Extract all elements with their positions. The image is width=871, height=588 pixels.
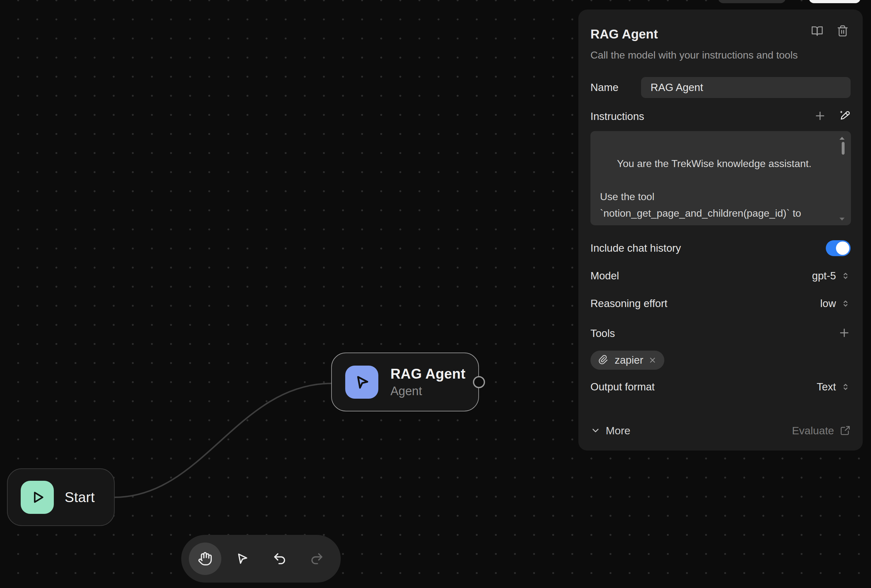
panel-title: RAG Agent	[590, 27, 658, 41]
scroll-down-arrow[interactable]	[840, 218, 844, 221]
reasoning-effort-select[interactable]: low	[820, 297, 851, 310]
reasoning-effort-row: Reasoning effort low	[590, 295, 851, 312]
output-format-row: Output format Text	[590, 378, 851, 396]
redo-icon	[310, 551, 324, 566]
node-agent-title: RAG Agent	[391, 366, 465, 382]
workflow-builder: Start RAG Agent Agent	[0, 0, 871, 588]
include-chat-history-row: Include chat history	[590, 239, 851, 257]
tool-chip-zapier[interactable]: zapier	[590, 351, 664, 370]
add-instruction-icon[interactable]	[814, 109, 826, 124]
undo-icon	[272, 551, 287, 566]
name-row: Name	[590, 77, 851, 98]
instructions-textarea[interactable]: You are the TrekWise knowledge assistant…	[590, 131, 851, 225]
hand-tool-button[interactable]	[189, 543, 221, 575]
tool-chip-label: zapier	[615, 354, 643, 366]
trash-icon[interactable]	[837, 25, 849, 37]
tools-row: Tools	[590, 325, 851, 342]
name-input[interactable]	[641, 77, 851, 98]
evaluate-label: Evaluate	[792, 424, 834, 437]
output-format-select[interactable]: Text	[817, 381, 851, 393]
name-label: Name	[590, 81, 641, 94]
more-row: More Evaluate	[590, 422, 851, 439]
scrollbar-thumb[interactable]	[842, 142, 844, 155]
instructions-text: You are the TrekWise knowledge assistant…	[600, 158, 811, 219]
agent-config-panel: RAG Agent Call the model with your instr…	[578, 9, 863, 451]
top-partial-button-secondary[interactable]	[718, 0, 786, 3]
more-toggle[interactable]: More	[590, 424, 630, 437]
output-port[interactable]	[473, 376, 485, 388]
evaluate-link[interactable]: Evaluate	[792, 424, 851, 437]
model-row: Model gpt-5	[590, 267, 851, 285]
panel-header-actions	[811, 25, 849, 37]
select-tool-button[interactable]	[226, 543, 259, 575]
model-select[interactable]: gpt-5	[812, 270, 851, 282]
add-tool-button[interactable]	[838, 327, 851, 340]
toggle-knob	[836, 242, 849, 255]
instructions-label: Instructions	[590, 110, 644, 122]
top-partial-button-primary[interactable]	[809, 0, 861, 3]
play-icon	[21, 481, 54, 514]
instructions-row: Instructions	[590, 109, 851, 124]
tools-label: Tools	[590, 327, 615, 339]
output-format-label: Output format	[590, 381, 655, 393]
reasoning-effort-label: Reasoning effort	[590, 297, 667, 310]
model-label: Model	[590, 270, 619, 282]
canvas-toolbar	[181, 535, 341, 583]
agent-cursor-icon	[345, 366, 378, 399]
include-chat-history-label: Include chat history	[590, 242, 681, 254]
reasoning-effort-value: low	[820, 297, 836, 310]
scroll-up-arrow[interactable]	[840, 137, 844, 140]
undo-button[interactable]	[263, 543, 296, 575]
ai-edit-pen-icon[interactable]	[838, 109, 851, 124]
chevron-updown-icon	[840, 298, 851, 309]
include-chat-history-toggle[interactable]	[826, 240, 851, 256]
chevron-updown-icon	[840, 271, 851, 281]
hand-icon	[198, 551, 213, 566]
chevron-updown-icon	[840, 382, 851, 392]
book-open-icon[interactable]	[811, 25, 823, 37]
node-start[interactable]: Start	[7, 469, 115, 526]
panel-subtitle: Call the model with your instructions an…	[590, 49, 798, 61]
node-start-title: Start	[64, 490, 94, 505]
more-label: More	[606, 424, 630, 437]
model-value: gpt-5	[812, 270, 836, 282]
cursor-icon	[235, 551, 250, 566]
node-agent-text: RAG Agent Agent	[391, 366, 465, 398]
external-link-icon	[840, 425, 851, 436]
remove-tool-icon[interactable]	[648, 356, 657, 364]
redo-button[interactable]	[301, 543, 333, 575]
chevron-down-icon	[590, 425, 601, 436]
node-agent-type: Agent	[391, 384, 465, 398]
paperclip-icon	[598, 354, 609, 366]
node-rag-agent[interactable]: RAG Agent Agent	[331, 352, 479, 411]
output-format-value: Text	[817, 381, 836, 393]
